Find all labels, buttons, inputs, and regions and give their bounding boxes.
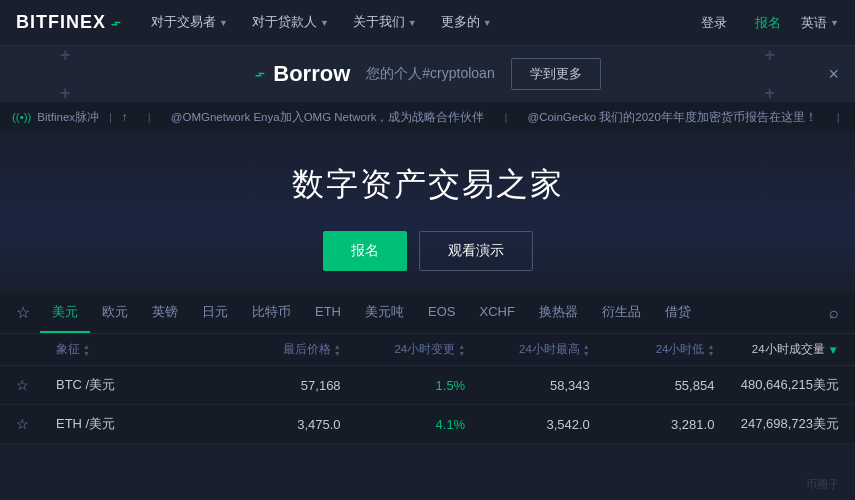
chevron-down-icon: ▼ — [219, 18, 228, 28]
market-section: ☆ 美元 欧元 英镑 日元 比特币 ETH 美元吨 EOS XCHF 换热器 衍… — [0, 292, 855, 444]
col-price[interactable]: 最后价格 ▲▼ — [216, 342, 341, 357]
tab-eos[interactable]: EOS — [416, 294, 467, 331]
ticker-item: ((•)) Bitfinex脉冲 | ↑ — [12, 110, 128, 125]
tab-lending[interactable]: 借贷 — [653, 293, 703, 333]
sort-icon: ▲▼ — [583, 343, 590, 357]
row-low: 3,281.0 — [590, 417, 715, 432]
tab-usd[interactable]: 美元 — [40, 293, 90, 333]
register-button[interactable]: 报名 — [747, 10, 789, 36]
hero-demo-button[interactable]: 观看演示 — [419, 231, 533, 271]
table-row: ☆ BTC /美元 57,168 1.5% 58,343 55,854 480,… — [0, 366, 855, 405]
sort-icon: ▲▼ — [707, 343, 714, 357]
nav-lenders[interactable]: 对于贷款人 ▼ — [242, 8, 339, 37]
hero-register-button[interactable]: 报名 — [323, 231, 407, 271]
col-change[interactable]: 24小时变更 ▲▼ — [341, 342, 466, 357]
row-change: 1.5% — [341, 378, 466, 393]
row-symbol: BTC /美元 — [56, 376, 216, 394]
market-tabs: ☆ 美元 欧元 英镑 日元 比特币 ETH 美元吨 EOS XCHF 换热器 衍… — [0, 292, 855, 334]
sort-icon: ▲▼ — [334, 343, 341, 357]
ticker-arrow: ↑ — [122, 111, 128, 123]
language-selector[interactable]: 英语 ▼ — [801, 14, 839, 32]
header-right: 登录 报名 英语 ▼ — [693, 10, 839, 36]
hero-buttons: 报名 观看演示 — [323, 231, 533, 271]
chevron-down-icon: ▼ — [408, 18, 417, 28]
close-icon[interactable]: × — [828, 65, 839, 83]
table-row: ☆ ETH /美元 3,475.0 4.1% 3,542.0 3,281.0 2… — [0, 405, 855, 444]
tab-eur[interactable]: 欧元 — [90, 293, 140, 333]
table-header: 象征 ▲▼ 最后价格 ▲▼ 24小时变更 ▲▼ 24小时最高 ▲▼ 24小时低 … — [0, 334, 855, 366]
col-low[interactable]: 24小时低 ▲▼ — [590, 342, 715, 357]
chevron-down-icon: ▼ — [483, 18, 492, 28]
tab-jpy[interactable]: 日元 — [190, 293, 240, 333]
watermark: 币圈子 — [806, 477, 839, 492]
row-high: 58,343 — [465, 378, 590, 393]
header: BITFINEX ⌁ 对于交易者 ▼ 对于贷款人 ▼ 关于我们 ▼ 更多的 ▼ … — [0, 0, 855, 46]
tab-exchange[interactable]: 换热器 — [527, 293, 590, 333]
row-change: 4.1% — [341, 417, 466, 432]
login-button[interactable]: 登录 — [693, 10, 735, 36]
col-volume[interactable]: 24小时成交量 ▼ — [714, 342, 839, 357]
banner-logo-text: Borrow — [273, 61, 350, 87]
tab-derivatives[interactable]: 衍生品 — [590, 293, 653, 333]
banner-decoration-right: + + — [764, 46, 775, 102]
tab-eth[interactable]: ETH — [303, 294, 353, 331]
sort-icon: ▲▼ — [458, 343, 465, 357]
borrow-banner: + + ⌁ Borrow 您的个人#cryptoloan 学到更多 + + × — [0, 46, 855, 102]
sort-icon: ▲▼ — [83, 343, 90, 357]
nav-about[interactable]: 关于我们 ▼ — [343, 8, 427, 37]
banner-learn-button[interactable]: 学到更多 — [511, 58, 601, 90]
tab-xchf[interactable]: XCHF — [467, 294, 526, 331]
row-symbol: ETH /美元 — [56, 415, 216, 433]
row-star-icon[interactable]: ☆ — [16, 416, 56, 432]
nav-more[interactable]: 更多的 ▼ — [431, 8, 502, 37]
sort-active-icon: ▼ — [828, 344, 839, 356]
ticker-bar: ((•)) Bitfinex脉冲 | ↑ | @OMGnetwork Enya加… — [0, 102, 855, 132]
col-symbol[interactable]: 象征 ▲▼ — [56, 342, 216, 357]
col-high[interactable]: 24小时最高 ▲▼ — [465, 342, 590, 357]
chevron-down-icon: ▼ — [320, 18, 329, 28]
logo-icon: ⌁ — [105, 10, 126, 35]
logo-text: BITFINEX — [16, 12, 106, 33]
chevron-down-icon: ▼ — [830, 18, 839, 28]
ticker-item: @OMGnetwork Enya加入OMG Network，成为战略合作伙伴 — [171, 110, 485, 125]
tab-usdt[interactable]: 美元吨 — [353, 293, 416, 333]
banner-decoration-left: + + — [60, 46, 71, 102]
row-low: 55,854 — [590, 378, 715, 393]
row-price: 3,475.0 — [216, 417, 341, 432]
favorites-star-icon[interactable]: ☆ — [16, 303, 30, 322]
row-star-icon[interactable]: ☆ — [16, 377, 56, 393]
logo[interactable]: BITFINEX ⌁ — [16, 12, 121, 34]
tab-gbp[interactable]: 英镑 — [140, 293, 190, 333]
banner-leaf-icon: ⌁ — [250, 62, 271, 87]
row-high: 3,542.0 — [465, 417, 590, 432]
ticker-signal-icon: ((•)) — [12, 111, 31, 123]
search-icon[interactable]: ⌕ — [829, 304, 839, 322]
ticker-item: @CoinGecko 我们的2020年年度加密货币报告在这里！ — [528, 110, 817, 125]
tab-btc[interactable]: 比特币 — [240, 293, 303, 333]
row-volume: 480,646,215美元 — [714, 376, 839, 394]
row-price: 57,168 — [216, 378, 341, 393]
nav-traders[interactable]: 对于交易者 ▼ — [141, 8, 238, 37]
main-nav: 对于交易者 ▼ 对于贷款人 ▼ 关于我们 ▼ 更多的 ▼ — [141, 8, 693, 37]
hero-section: 数字资产交易之家 报名 观看演示 — [0, 132, 855, 292]
row-volume: 247,698,723美元 — [714, 415, 839, 433]
banner-subtitle: 您的个人#cryptoloan — [366, 65, 494, 83]
hero-title: 数字资产交易之家 — [292, 163, 564, 207]
